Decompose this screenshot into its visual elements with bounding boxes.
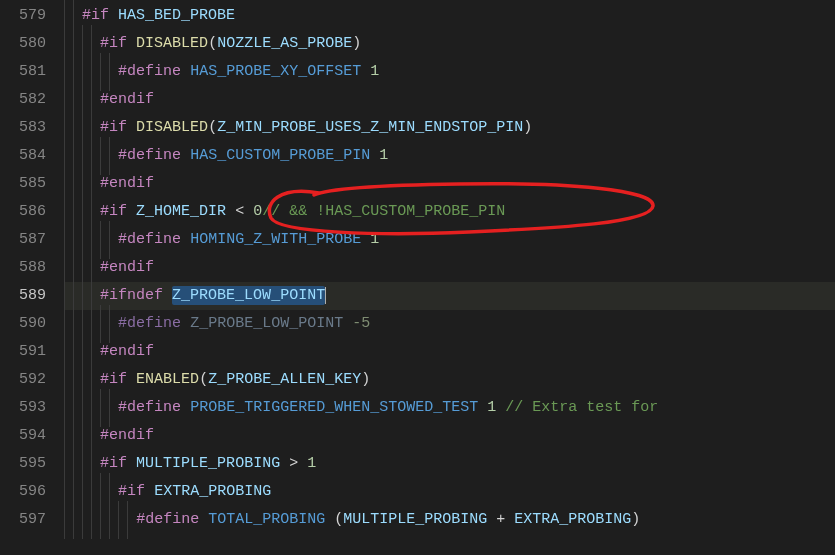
macro-name-token: TOTAL_PROBING	[208, 511, 325, 528]
code-line[interactable]: #endif	[64, 338, 835, 366]
directive-token: #if	[118, 483, 145, 500]
line-number: 595	[0, 450, 46, 478]
identifier-token: EXTRA_PROBING	[154, 483, 271, 500]
code-line[interactable]: #define PROBE_TRIGGERED_WHEN_STOWED_TEST…	[64, 394, 835, 422]
function-token: DISABLED	[136, 119, 208, 136]
line-number: 580	[0, 30, 46, 58]
code-line-current[interactable]: #ifndef Z_PROBE_LOW_POINT	[64, 282, 835, 310]
identifier-token: HAS_BED_PROBE	[118, 7, 235, 24]
number-token: 1	[307, 455, 316, 472]
paren-token: )	[352, 35, 361, 52]
paren-token: )	[361, 371, 370, 388]
directive-token: #endif	[100, 91, 154, 108]
code-line[interactable]: #define HOMING_Z_WITH_PROBE 1	[64, 226, 835, 254]
directive-token: #if	[100, 455, 127, 472]
comment-token: // && !HAS_CUSTOM_PROBE_PIN	[262, 203, 505, 220]
code-line[interactable]: #if EXTRA_PROBING	[64, 478, 835, 506]
code-line[interactable]: #if MULTIPLE_PROBING > 1	[64, 450, 835, 478]
operator-token: <	[235, 203, 244, 220]
identifier-token: Z_HOME_DIR	[136, 203, 226, 220]
line-number: 594	[0, 422, 46, 450]
line-number: 591	[0, 338, 46, 366]
code-line[interactable]: #if DISABLED(Z_MIN_PROBE_USES_Z_MIN_ENDS…	[64, 114, 835, 142]
number-token: -5	[352, 315, 370, 332]
macro-name-token: HOMING_Z_WITH_PROBE	[190, 231, 361, 248]
directive-token: #define	[118, 63, 181, 80]
paren-token: (	[334, 511, 343, 528]
code-line[interactable]: #if DISABLED(NOZZLE_AS_PROBE)	[64, 30, 835, 58]
code-line[interactable]: #endif	[64, 170, 835, 198]
line-number: 590	[0, 310, 46, 338]
line-number: 583	[0, 114, 46, 142]
directive-token: #define	[118, 399, 181, 416]
directive-token: #define	[118, 147, 181, 164]
code-line[interactable]: #define Z_PROBE_LOW_POINT -5	[64, 310, 835, 338]
number-token: 1	[379, 147, 388, 164]
line-number: 597	[0, 506, 46, 534]
line-number: 592	[0, 366, 46, 394]
function-token: ENABLED	[136, 371, 199, 388]
line-number: 579	[0, 2, 46, 30]
paren-token: )	[523, 119, 532, 136]
number-token: 1	[487, 399, 496, 416]
directive-token: #endif	[100, 259, 154, 276]
identifier-token: MULTIPLE_PROBING	[136, 455, 280, 472]
code-line[interactable]: #endif	[64, 86, 835, 114]
code-line[interactable]: #if ENABLED(Z_PROBE_ALLEN_KEY)	[64, 366, 835, 394]
directive-token: #if	[82, 7, 109, 24]
code-line[interactable]: #endif	[64, 254, 835, 282]
identifier-token: MULTIPLE_PROBING	[343, 511, 487, 528]
line-number: 596	[0, 478, 46, 506]
line-number-gutter: 5795805815825835845855865875885895905915…	[0, 0, 64, 555]
operator-token: >	[289, 455, 298, 472]
directive-token: #if	[100, 203, 127, 220]
number-token: 1	[370, 63, 379, 80]
line-number: 586	[0, 198, 46, 226]
number-token: 0	[253, 203, 262, 220]
code-line[interactable]: #define HAS_PROBE_XY_OFFSET 1	[64, 58, 835, 86]
directive-token: #define	[118, 315, 181, 332]
code-editor[interactable]: 5795805815825835845855865875885895905915…	[0, 0, 835, 555]
comment-token: // Extra test for	[505, 399, 658, 416]
directive-token: #ifndef	[100, 287, 163, 304]
line-number: 589	[0, 282, 46, 310]
paren-token: (	[199, 371, 208, 388]
code-line[interactable]: #if HAS_BED_PROBE	[64, 2, 835, 30]
directive-token: #if	[100, 371, 127, 388]
function-token: DISABLED	[136, 35, 208, 52]
code-area[interactable]: #if HAS_BED_PROBE #if DISABLED(NOZZLE_AS…	[64, 0, 835, 555]
code-line[interactable]: #define TOTAL_PROBING (MULTIPLE_PROBING …	[64, 506, 835, 534]
line-number: 587	[0, 226, 46, 254]
directive-token: #endif	[100, 175, 154, 192]
macro-name-token: HAS_PROBE_XY_OFFSET	[190, 63, 361, 80]
line-number: 585	[0, 170, 46, 198]
directive-token: #if	[100, 35, 127, 52]
identifier-token: Z_PROBE_ALLEN_KEY	[208, 371, 361, 388]
macro-name-token: HAS_CUSTOM_PROBE_PIN	[190, 147, 370, 164]
directive-token: #endif	[100, 427, 154, 444]
line-number: 582	[0, 86, 46, 114]
paren-token: (	[208, 35, 217, 52]
code-line[interactable]: #define HAS_CUSTOM_PROBE_PIN 1	[64, 142, 835, 170]
code-line[interactable]: #endif	[64, 422, 835, 450]
selected-text[interactable]: Z_PROBE_LOW_POINT	[172, 286, 325, 305]
line-number: 581	[0, 58, 46, 86]
text-cursor	[325, 287, 326, 304]
operator-token: +	[487, 511, 514, 528]
paren-token: )	[631, 511, 640, 528]
directive-token: #define	[136, 511, 199, 528]
directive-token: #endif	[100, 343, 154, 360]
macro-name-token: Z_PROBE_LOW_POINT	[190, 315, 343, 332]
directive-token: #if	[100, 119, 127, 136]
line-number: 588	[0, 254, 46, 282]
identifier-token: Z_MIN_PROBE_USES_Z_MIN_ENDSTOP_PIN	[217, 119, 523, 136]
line-number: 593	[0, 394, 46, 422]
macro-name-token: PROBE_TRIGGERED_WHEN_STOWED_TEST	[190, 399, 478, 416]
number-token: 1	[370, 231, 379, 248]
identifier-token: NOZZLE_AS_PROBE	[217, 35, 352, 52]
paren-token: (	[208, 119, 217, 136]
code-line[interactable]: #if Z_HOME_DIR < 0// && !HAS_CUSTOM_PROB…	[64, 198, 835, 226]
identifier-token: EXTRA_PROBING	[514, 511, 631, 528]
line-number: 584	[0, 142, 46, 170]
directive-token: #define	[118, 231, 181, 248]
